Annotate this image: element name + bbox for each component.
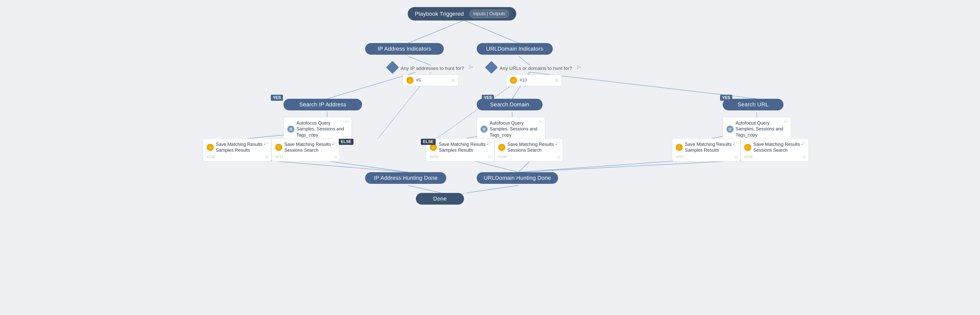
save-samples-url-card: 2× ⚡ Save Matching Results - Samples Res…: [672, 138, 740, 161]
save-samples-ip-bot: ⊟: [265, 155, 269, 159]
bolt-icon-save-samples-domain: ⚡: [430, 144, 437, 151]
save-samples-ip-id: #210: [207, 155, 267, 159]
save-samples-url-id: #207: [676, 155, 737, 159]
bolt-icon-save-sessions-url: ⚡: [744, 144, 751, 151]
ip-address-indicators-node: IP Address Indicators: [365, 43, 444, 55]
save-samples-url-bot: ⊟: [734, 155, 738, 159]
autofocus-ip-label: Autofocus Query Samples, Sessions and Ta…: [296, 120, 348, 138]
save-samples-url-top: 2×: [733, 141, 738, 145]
autofocus-url-top: 2×: [784, 119, 788, 123]
save-samples-domain-id: #209: [430, 155, 491, 159]
save-samples-domain-bot: ⊟: [488, 155, 492, 159]
search-ip-label: Search IP Address: [299, 101, 346, 108]
autofocus-ip-top: 2×: [345, 119, 349, 123]
search-domain-label: Search Domain: [490, 101, 529, 108]
badge-else-2: ELSE: [421, 139, 436, 145]
save-sessions-ip-id: #211: [275, 155, 336, 159]
badge-yes-2: YES: [482, 95, 494, 101]
autofocus-domain-label: Autofocus Query Samples, Sessions and Ta…: [490, 120, 541, 138]
save-sessions-domain-label: Save Matching Results - Sessions Search: [508, 142, 559, 154]
playbook-triggered-label: Playbook Triggered: [415, 11, 464, 17]
urldomain-indicators-label: URLDomain Indicators: [486, 46, 543, 52]
puzzle-icon-url: ⊞: [727, 126, 733, 133]
save-sessions-domain-bot: ⊟: [557, 155, 560, 159]
urldomain-hunting-done-node: URLDomain Hunting Done: [477, 172, 558, 184]
cond-url-label: Any URLs or domains to hunt for?: [500, 66, 572, 71]
cond-url-id: #10: [520, 78, 527, 83]
workflow-canvas: Playbook Triggered Inputs | Outputs IP A…: [0, 0, 980, 315]
save-sessions-url-card: 2× ⚡ Save Matching Results - Sessions Se…: [740, 138, 809, 161]
save-sessions-ip-label: Save Matching Results - Sessions Search: [284, 142, 336, 154]
puzzle-icon-ip: ⊞: [287, 126, 294, 133]
save-samples-domain-label: Save Matching Results - Samples Results: [439, 142, 491, 154]
bolt-icon-url: ⚡: [510, 77, 517, 84]
badge-else-1: ELSE: [339, 139, 353, 145]
diamond-ip-icon: [386, 61, 399, 74]
io-label: Inputs | Outputs: [473, 11, 505, 16]
badge-yes-1: YES: [271, 95, 283, 101]
cond-ip-node: Any IP addresses to hunt for? 2× ⚡ #5 ⊞: [388, 63, 473, 86]
cond-ip-meta: 2×: [469, 65, 473, 70]
cond-url-meta: 2×: [577, 65, 581, 70]
done-node: Done: [416, 193, 464, 204]
bolt-icon-save-samples-url: ⚡: [676, 144, 683, 151]
cond-ip-corner: ⊞: [451, 78, 455, 82]
badge-yes-3: YES: [720, 95, 732, 101]
save-samples-domain-card: 2× ⚡ Save Matching Results - Samples Res…: [426, 138, 495, 161]
ip-hunting-done-label: IP Address Hunting Done: [374, 175, 438, 181]
save-samples-ip-label: Save Matching Results - Samples Results: [216, 142, 267, 154]
save-sessions-url-top: 2×: [802, 141, 806, 145]
save-sessions-url-bot: ⊟: [803, 155, 806, 159]
bolt-icon-save-samples-ip: ⚡: [207, 144, 214, 151]
puzzle-icon-domain: ⊞: [480, 126, 488, 133]
bolt-icon-save-sessions-ip: ⚡: [275, 144, 282, 151]
svg-line-23: [408, 185, 441, 193]
save-sessions-domain-top: 2×: [556, 141, 560, 145]
diamond-url-icon: [485, 61, 498, 74]
search-ip-node: Search IP Address: [283, 99, 362, 111]
bolt-icon-save-sessions-domain: ⚡: [498, 144, 505, 151]
save-samples-ip-card: 2× ⚡ Save Matching Results - Samples Res…: [203, 138, 271, 161]
bolt-icon-ip: ⚡: [406, 77, 414, 84]
done-label: Done: [433, 195, 447, 202]
save-sessions-url-label: Save Matching Results - Sessions Search: [753, 142, 805, 154]
save-sessions-ip-bot: ⊟: [334, 155, 337, 159]
cond-url-corner: ⊞: [555, 78, 558, 82]
search-url-label: Search URL: [738, 101, 768, 108]
urldomain-hunting-done-label: URLDomain Hunting Done: [484, 175, 551, 181]
cond-url-node: Any URLs or domains to hunt for? 2× ⚡ #1…: [487, 63, 581, 86]
save-sessions-ip-card: 2× ⚡ Save Matching Results - Sessions Se…: [271, 138, 340, 161]
urldomain-indicators-node: URLDomain Indicators: [477, 43, 553, 55]
save-sessions-domain-id: #206: [498, 155, 559, 159]
save-sessions-domain-card: 2× ⚡ Save Matching Results - Sessions Se…: [495, 138, 563, 161]
save-samples-url-label: Save Matching Results - Samples Results: [685, 142, 737, 154]
save-sessions-ip-top: 2×: [332, 141, 337, 145]
svg-line-2: [464, 20, 519, 43]
io-button[interactable]: Inputs | Outputs: [469, 9, 509, 18]
ip-indicators-label: IP Address Indicators: [377, 46, 431, 52]
playbook-triggered-node: Playbook Triggered Inputs | Outputs: [408, 7, 516, 21]
cond-ip-id: #5: [416, 78, 421, 83]
save-samples-ip-top: 2×: [264, 141, 269, 145]
ip-hunting-done-node: IP Address Hunting Done: [365, 172, 446, 184]
autofocus-url-label: Autofocus Query Samples, Sessions and Ta…: [735, 120, 787, 138]
svg-line-1: [408, 20, 464, 43]
svg-line-24: [466, 185, 519, 193]
autofocus-domain-top: 2×: [538, 119, 542, 123]
cond-ip-label: Any IP addresses to hunt for?: [401, 66, 464, 71]
save-samples-domain-top: 2×: [487, 141, 492, 145]
save-sessions-url-id: #208: [744, 155, 805, 159]
